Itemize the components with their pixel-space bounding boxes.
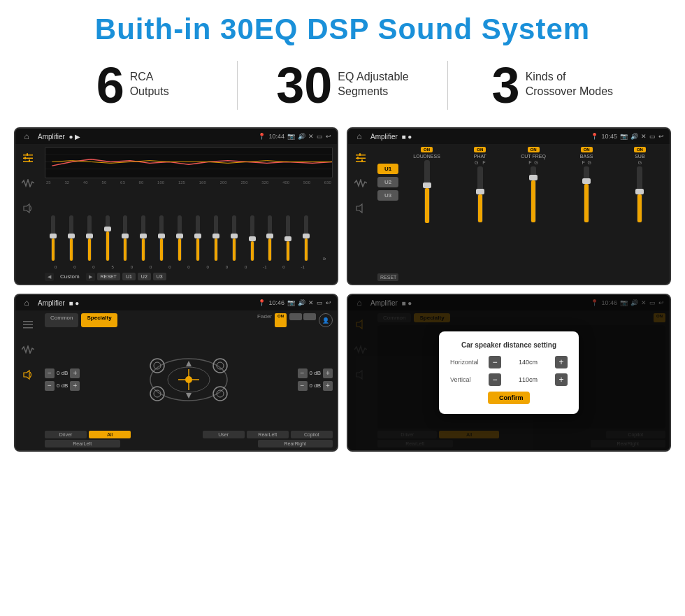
eq-u1-button[interactable]: U1 [122,273,136,280]
fader-icon-speaker[interactable] [18,365,38,385]
eq-freq-labels: 253240506380100125160200250320400500630 [45,180,333,185]
btn-copilot[interactable]: Copilot [291,431,333,438]
eq-slider-7[interactable] [171,215,188,262]
eq-next-button[interactable]: ▶ [86,273,95,281]
eq-icon-sliders[interactable] [18,148,38,168]
eq-prev-button[interactable]: ◀ [45,273,54,281]
ch-loudness-slider[interactable] [424,160,430,223]
crossover-preset-u2[interactable]: U2 [377,177,398,187]
eq-slider-3[interactable] [99,215,116,262]
eq-slider-5[interactable] [135,215,152,262]
ch-loudness-on[interactable]: ON [421,147,433,152]
fader-on-btn[interactable]: ON [275,313,287,327]
ch-bass-slider[interactable] [584,166,589,222]
eq-slider-1[interactable] [63,215,80,262]
vol-right-top-value: 0 dB [310,370,321,376]
btn-rearright[interactable]: RearRight [258,440,333,447]
dialog-vertical-plus[interactable]: + [555,373,568,386]
eq-slider-9[interactable] [208,215,224,262]
ch-bass-label: BASS [580,154,593,159]
fader-side-icons [15,310,41,450]
eq-sliders: » [45,187,333,265]
eq-slider-13[interactable] [280,215,296,262]
eq-slider-8[interactable] [189,215,206,262]
ch-cutfreq-slider[interactable] [531,166,536,222]
ch-cutfreq-on[interactable]: ON [528,147,540,152]
vol-right-bot-plus[interactable]: + [323,381,333,391]
crossover-icon-speaker[interactable] [351,199,370,218]
stats-row: 6 RCA Outputs 30 EQ Adjustable Segments … [0,53,685,122]
tab-specialty[interactable]: Specialty [81,313,117,327]
svg-rect-5 [29,159,30,162]
stat-rca: 6 RCA Outputs [42,60,223,110]
eq-value-labels: 00050000000-10-1 [45,265,333,269]
fader-time: 10:46 [268,299,284,306]
fader-home-icon[interactable]: ⌂ [21,297,32,308]
vol-left-top-plus[interactable]: + [70,368,80,378]
dialog-vertical-minus[interactable]: − [489,373,501,386]
crossover-home-icon[interactable]: ⌂ [354,131,365,142]
crossover-preset-u3[interactable]: U3 [377,190,398,201]
vol-left-top-minus[interactable]: − [45,368,55,378]
dialog-horizontal-row: Horizontal − 140cm + [450,356,568,368]
eq-preset-label: Custom [56,272,84,281]
eq-slider-11[interactable] [244,215,261,262]
vol-left-bot-value: 0 dB [57,382,68,389]
dialog-overlay: Car speaker distance setting Horizontal … [348,295,670,450]
svg-point-26 [213,359,227,373]
fader-status-icons: 📍10:46 📷🔊✕▭↩ [258,299,331,306]
ch-sub-on[interactable]: ON [634,147,646,152]
vol-left-bot-minus[interactable]: − [45,381,55,391]
stat-number-crossover: 3 [492,60,520,110]
fader-status-bar: ⌂ Amplifier ■ ● 📍10:46 📷🔊✕▭↩ [15,295,337,310]
ch-phat: ON PHAT G F [454,147,505,281]
btn-all[interactable]: All [89,431,131,438]
eq-slider-14[interactable] [298,215,315,262]
dialog-confirm-button[interactable]: Confirm [488,392,530,404]
crossover-icon-wave[interactable] [351,173,370,193]
eq-u3-button[interactable]: U3 [153,273,166,280]
fader-screen-card: ⌂ Amplifier ■ ● 📍10:46 📷🔊✕▭↩ [14,294,338,452]
btn-driver[interactable]: Driver [45,431,87,438]
eq-slider-0[interactable] [45,215,62,262]
btn-rearleft[interactable]: RearLeft [247,431,289,438]
ch-cutfreq-label: CUT FREQ [521,154,546,159]
dialog-horizontal-plus[interactable]: + [555,356,568,368]
eq-slider-6[interactable] [153,215,170,262]
fader-icon-wave[interactable] [18,340,38,359]
vol-left-bot-plus[interactable]: + [70,381,80,391]
ch-cutfreq: ON CUT FREQ F G [507,147,558,281]
vol-right-top-minus[interactable]: − [298,368,308,378]
tab-common[interactable]: Common [45,313,78,327]
eq-screen-body: 253240506380100125160200250320400500630 [15,144,337,284]
crossover-icon-sliders[interactable] [351,148,370,168]
vol-row-left-bot: − 0 dB + [45,381,80,391]
ch-bass-on[interactable]: ON [581,147,593,152]
eq-u2-button[interactable]: U2 [138,273,151,280]
eq-slider-4[interactable] [117,215,134,262]
home-icon[interactable]: ⌂ [21,131,32,142]
eq-slider-2[interactable] [81,215,98,262]
eq-icon-wave[interactable] [18,173,38,193]
ch-phat-label: PHAT [474,154,486,159]
eq-slider-10[interactable] [226,215,243,262]
btn-rearleft2[interactable]: RearLeft [45,440,120,447]
ch-phat-slider[interactable] [477,166,483,222]
btn-user[interactable]: User [203,431,245,438]
dialog-horizontal-minus[interactable]: − [489,356,501,368]
eq-reset-button[interactable]: RESET [97,273,120,280]
fader-icon-sliders[interactable] [18,315,38,334]
crossover-presets: U1 U2 U3 RESET [377,147,398,281]
svg-rect-13 [356,161,366,162]
crossover-preset-u1[interactable]: U1 [377,164,398,174]
ch-sub-slider[interactable] [637,166,642,222]
ch-phat-on[interactable]: ON [474,147,486,152]
fader-screen-body: Common Specialty Fader ON 👤 − [15,310,337,450]
vol-right-bot-minus[interactable]: − [298,381,308,391]
eq-slider-12[interactable] [262,215,279,262]
eq-expand[interactable]: » [316,255,333,262]
crossover-reset-btn[interactable]: RESET [377,273,398,281]
fader-bottom-btns: Driver All User RearLeft Copilot [45,431,333,438]
eq-icon-speaker[interactable] [18,199,38,218]
vol-right-top-plus[interactable]: + [323,368,333,378]
